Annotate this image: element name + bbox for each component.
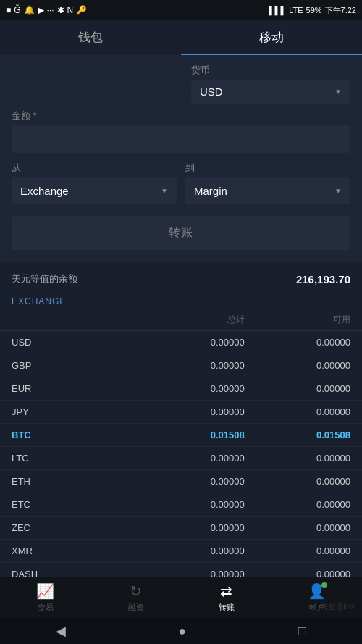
to-select[interactable]: Margin: [185, 177, 350, 204]
row-available: 0.00000: [245, 476, 350, 487]
from-to-row: 从 Exchange 到 Margin: [12, 162, 350, 204]
row-available: 0.00000: [245, 360, 350, 371]
row-total: 0.00000: [139, 476, 245, 487]
tab-wallet[interactable]: 钱包: [0, 20, 181, 55]
icon-g: Ğ: [14, 5, 20, 15]
account-icon: 👤: [308, 582, 326, 600]
row-total: 0.00000: [139, 545, 245, 556]
row-total: 0.00000: [139, 360, 245, 371]
form-area: 货币 USD 金额 * 从 Exchange 到 Margin 转账: [0, 55, 362, 262]
watermark: 考拉@kds: [321, 602, 355, 612]
from-select[interactable]: Exchange: [12, 177, 177, 204]
row-name: ETC: [12, 499, 139, 510]
row-total: 0.00000: [139, 499, 245, 510]
trade-label: 交易: [38, 602, 54, 613]
icon-play: ▶: [38, 5, 44, 15]
row-name: BTC: [12, 430, 139, 440]
row-name: XMR: [12, 545, 139, 556]
signal-icon: ▌▌▌: [269, 6, 286, 14]
row-total: 0.00000: [139, 406, 245, 417]
to-value: Margin: [194, 185, 227, 197]
currency-row: 货币 USD: [12, 64, 350, 104]
funding-icon: ↻: [130, 582, 142, 600]
amount-row: 金额 *: [12, 109, 350, 153]
table-rows-container: USD 0.00000 0.00000 GBP 0.00000 0.00000 …: [0, 331, 362, 609]
nav-transfer[interactable]: ⇄ 转账: [181, 582, 272, 613]
row-name: EUR: [12, 383, 139, 394]
header-available: 可用: [245, 314, 350, 326]
row-total: 0.00000: [139, 453, 245, 464]
table-row: ETH 0.00000 0.00000: [0, 470, 362, 493]
status-bar: ■ Ğ 🔔 ▶ ··· ✱ N 🔑 ▌▌▌ LTE 59% 下午7:22: [0, 0, 362, 20]
back-button[interactable]: ◀: [56, 623, 66, 639]
from-field: 从 Exchange: [12, 162, 177, 204]
row-total: 0.01508: [139, 430, 245, 440]
status-right: ▌▌▌ LTE 59% 下午7:22: [269, 5, 356, 16]
system-nav: ◀ ● □: [0, 618, 362, 644]
row-name: USD: [12, 337, 139, 348]
row-available: 0.00000: [245, 406, 350, 417]
row-name: ZEC: [12, 522, 139, 533]
trade-icon: 📈: [36, 582, 54, 600]
nav-trade[interactable]: 📈 交易: [0, 582, 90, 613]
amount-input[interactable]: [12, 125, 350, 153]
table-row: USD 0.00000 0.00000: [0, 331, 362, 354]
header-total: 总计: [139, 314, 245, 326]
home-button[interactable]: ●: [178, 624, 186, 639]
amount-label: 金额 *: [12, 109, 350, 122]
table-row: XMR 0.00000 0.00000: [0, 540, 362, 563]
transfer-label: 转账: [219, 602, 235, 613]
row-available: 0.00000: [245, 522, 350, 533]
icon-bluetooth: ✱: [57, 5, 64, 15]
icon-squares: ■: [6, 5, 11, 15]
icon-nfc: N: [67, 5, 74, 15]
table-row: ZEC 0.00000 0.00000: [0, 517, 362, 540]
table-header: 总计 可用: [0, 309, 362, 331]
nav-funding[interactable]: ↻ 融资: [90, 582, 181, 613]
balance-value: 216,193.70: [296, 273, 350, 285]
icon-bell: 🔔: [24, 5, 35, 15]
table-row: BTC 0.01508 0.01508: [0, 424, 362, 447]
from-value: Exchange: [20, 185, 69, 197]
currency-label: 货币: [191, 64, 350, 77]
row-available: 0.00000: [245, 383, 350, 394]
currency-select[interactable]: USD: [191, 80, 350, 104]
row-available: 0.01508: [245, 430, 350, 440]
row-total: 0.00000: [139, 522, 245, 533]
lte-label: LTE: [289, 6, 303, 14]
transfer-button[interactable]: 转账: [12, 216, 350, 250]
table-row: ETC 0.00000 0.00000: [0, 493, 362, 517]
row-available: 0.00000: [245, 499, 350, 510]
recents-button[interactable]: □: [298, 624, 306, 639]
row-total: 0.00000: [139, 337, 245, 348]
exchange-section-label: EXCHANGE: [0, 290, 362, 309]
currency-field: 货币 USD: [191, 64, 350, 104]
transfer-icon: ⇄: [220, 582, 232, 600]
from-label: 从: [12, 162, 177, 175]
table-row: EUR 0.00000 0.00000: [0, 377, 362, 401]
account-online-dot: [321, 582, 327, 588]
tab-mobile[interactable]: 移动: [181, 20, 362, 55]
funding-label: 融资: [128, 602, 144, 613]
time-label: 下午7:22: [325, 5, 356, 16]
row-available: 0.00000: [245, 337, 350, 348]
row-name: LTC: [12, 453, 139, 464]
status-left-icons: ■ Ğ 🔔 ▶ ··· ✱ N 🔑: [6, 5, 87, 15]
table-row: JPY 0.00000 0.00000: [0, 401, 362, 424]
balance-label: 美元等值的余额: [12, 272, 77, 285]
header-name: [12, 314, 139, 326]
row-name: ETH: [12, 476, 139, 487]
icon-key: 🔑: [76, 5, 87, 15]
to-field: 到 Margin: [185, 162, 350, 204]
table-row: LTC 0.00000 0.00000: [0, 447, 362, 470]
row-available: 0.00000: [245, 453, 350, 464]
icon-dots: ···: [47, 5, 54, 15]
currency-value: USD: [200, 85, 223, 98]
top-tab-bar: 钱包 移动: [0, 20, 362, 55]
to-label: 到: [185, 162, 350, 175]
table-row: GBP 0.00000 0.00000: [0, 354, 362, 377]
row-name: JPY: [12, 406, 139, 417]
battery-icon: 59%: [306, 6, 322, 14]
row-total: 0.00000: [139, 383, 245, 394]
row-available: 0.00000: [245, 545, 350, 556]
